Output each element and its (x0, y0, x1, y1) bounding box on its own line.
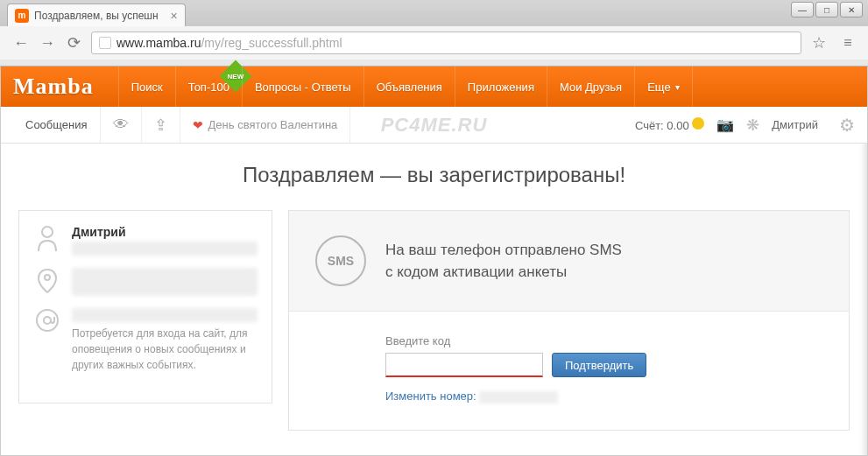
redacted-field (479, 391, 558, 403)
eye-icon: 👁 (113, 116, 129, 134)
svg-point-3 (44, 317, 51, 324)
minimize-button[interactable]: — (791, 2, 814, 18)
upload-icon: ⇪ (154, 116, 167, 135)
main-nav: Поиск Топ-100 NEW Вопросы - Ответы Объяв… (118, 67, 693, 107)
svg-point-1 (45, 275, 50, 280)
sub-bar: Сообщения 👁 ⇪ ❤ День святого Валентина P… (1, 107, 867, 144)
sidebar-note: Потребуется для входа на сайт, для опове… (72, 326, 258, 373)
chrome-menu-icon[interactable]: ≡ (836, 32, 859, 54)
close-button[interactable]: ✕ (840, 2, 863, 18)
logo[interactable]: Mamba (13, 74, 94, 100)
settings-gear-icon[interactable]: ⚙ (839, 115, 855, 136)
address-bar[interactable]: www.mamba.ru/my/reg_successfull.phtml (91, 32, 801, 54)
caret-down-icon: ▾ (675, 82, 680, 92)
heart-icon: ❤ (193, 118, 203, 132)
nav-more[interactable]: Еще▾ (634, 67, 692, 107)
sms-line-2: с кодом активации анкеты (385, 261, 622, 284)
tab-strip: m Поздравляем, вы успешн × — □ ✕ (0, 0, 868, 26)
sms-line-1: На ваш телефон отправлено SMS (385, 239, 622, 262)
tab-close-icon[interactable]: × (170, 9, 177, 23)
page-icon (99, 37, 111, 49)
change-number-link[interactable]: Изменить номер: (385, 389, 476, 403)
nav-ads[interactable]: Объявления (363, 67, 455, 107)
coin-icon (692, 117, 704, 130)
location-icon (33, 268, 61, 296)
watermark: PC4ME.RU (381, 114, 488, 137)
maximize-button[interactable]: □ (815, 2, 838, 18)
browser-tab[interactable]: m Поздравляем, вы успешн × (7, 4, 186, 26)
profile-sidebar: Дмитрий Потребуется для входа на са (18, 210, 272, 403)
up-action[interactable]: ⇪ (142, 107, 180, 143)
svg-point-0 (42, 227, 53, 237)
address-row: ← → ⟳ www.mamba.ru/my/reg_successfull.ph… (0, 26, 868, 60)
main-panel: SMS На ваш телефон отправлено SMS с кодо… (288, 210, 850, 431)
nav-qa[interactable]: Вопросы - Ответы (242, 67, 363, 107)
favicon-icon: m (15, 9, 29, 23)
sms-icon: SMS (315, 235, 366, 286)
sms-notice: SMS На ваш телефон отправлено SMS с кодо… (289, 211, 849, 312)
back-button[interactable]: ← (9, 31, 33, 55)
balance[interactable]: Счёт: 0.00 (635, 117, 704, 132)
forward-button[interactable]: → (35, 31, 60, 55)
camera-icon[interactable]: 📷 (716, 116, 734, 133)
redacted-field (72, 308, 258, 322)
nav-search[interactable]: Поиск (118, 67, 175, 107)
email-icon (33, 308, 61, 373)
change-number-row: Изменить номер: (385, 389, 822, 403)
url-path: /my/reg_successfull.phtml (201, 36, 342, 50)
valentine-link[interactable]: ❤ День святого Валентина (180, 107, 351, 143)
confirm-button[interactable]: Подтвердить (552, 353, 646, 377)
visibility-toggle[interactable]: 👁 (101, 107, 142, 143)
status-icon[interactable]: ❋ (746, 116, 759, 135)
reload-button[interactable]: ⟳ (61, 31, 86, 55)
nav-friends[interactable]: Мои Друзья (547, 67, 634, 107)
content: Поздравляем — вы зарегистрированы! Дмитр… (1, 144, 867, 431)
username-label[interactable]: Дмитрий (772, 118, 818, 131)
nav-apps[interactable]: Приложения (455, 67, 547, 107)
tab-title: Поздравляем, вы успешн (34, 10, 159, 22)
code-input[interactable] (385, 353, 543, 377)
window-controls: — □ ✕ (791, 2, 863, 18)
code-label: Введите код (385, 334, 822, 347)
person-icon (33, 225, 61, 256)
page-title: Поздравляем — вы зарегистрированы! (243, 163, 625, 187)
redacted-field (72, 268, 258, 296)
site-header: Mamba Поиск Топ-100 NEW Вопросы - Ответы… (1, 67, 867, 107)
browser-chrome: m Поздравляем, вы успешн × — □ ✕ ← → ⟳ w… (0, 0, 868, 67)
activation-form: Введите код Подтвердить Изменить номер: (289, 312, 849, 430)
nav-top100[interactable]: Топ-100 NEW (175, 67, 242, 107)
messages-link[interactable]: Сообщения (13, 107, 101, 143)
profile-name: Дмитрий (72, 225, 258, 239)
url-host: www.mamba.ru (116, 36, 201, 50)
bookmark-star-icon[interactable]: ☆ (807, 31, 831, 55)
redacted-field (72, 242, 258, 256)
